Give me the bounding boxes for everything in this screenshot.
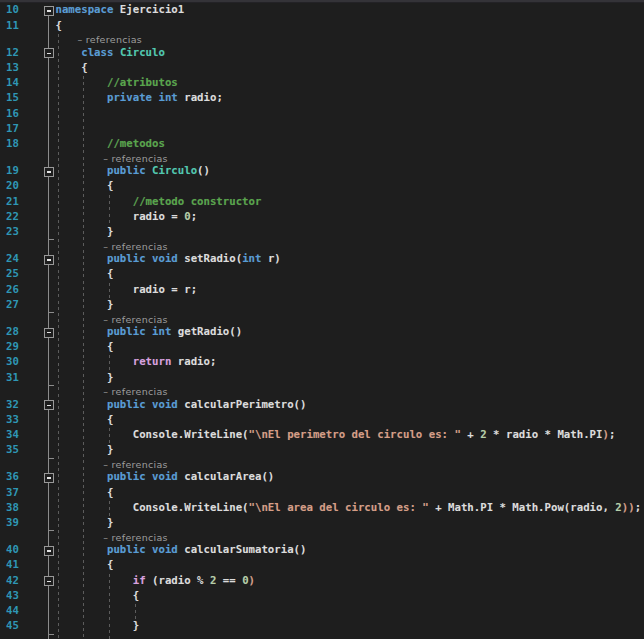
line-number[interactable]: 37 — [6, 486, 19, 499]
code-text[interactable]: Console.WriteLine("\nEl perimetro del ci… — [56, 428, 616, 441]
code-line-34[interactable]: 34 Console.WriteLine("\nEl perimetro del… — [0, 428, 644, 443]
line-number[interactable]: 42 — [6, 574, 19, 587]
line-number[interactable]: 40 — [6, 543, 19, 556]
code-line-15[interactable]: 15 private int radio; — [0, 91, 644, 106]
code-text[interactable]: { — [56, 19, 62, 32]
line-number[interactable]: 18 — [6, 137, 19, 150]
line-number[interactable]: 45 — [6, 619, 19, 632]
code-line-29[interactable]: 29 { — [0, 340, 644, 355]
line-number[interactable]: 12 — [6, 46, 19, 59]
line-number[interactable]: 11 — [6, 19, 19, 32]
code-text[interactable]: if (radio % 2 == 0) — [56, 574, 256, 587]
code-line-40[interactable]: 40 public void calcularSumatoria() — [0, 543, 644, 558]
code-line-30[interactable]: 30 return radio; — [0, 355, 644, 370]
line-number[interactable]: 32 — [6, 398, 19, 411]
code-line-19[interactable]: 19 public Circulo() — [0, 164, 644, 179]
code-text[interactable]: radio = 0; — [56, 210, 198, 223]
line-number[interactable]: 27 — [6, 298, 19, 311]
codelens-references-link[interactable]: – referencias — [103, 459, 168, 470]
code-line-20[interactable]: 20 { — [0, 179, 644, 194]
line-number[interactable]: 29 — [6, 340, 19, 353]
line-number[interactable]: 31 — [6, 371, 19, 384]
fold-collapse-box-icon[interactable] — [44, 473, 54, 483]
fold-collapse-box-icon[interactable] — [44, 167, 54, 177]
line-number[interactable]: 28 — [6, 325, 19, 338]
code-line-18[interactable]: 18 //metodos — [0, 137, 644, 152]
line-number[interactable]: 44 — [6, 604, 19, 617]
line-number[interactable]: 35 — [6, 443, 19, 456]
code-line-16[interactable]: 16 — [0, 107, 644, 122]
code-line-41[interactable]: 41 { — [0, 558, 644, 573]
code-text[interactable]: private int radio; — [56, 91, 223, 104]
code-line-36[interactable]: 36 public void calcularArea() — [0, 470, 644, 485]
code-line-38[interactable]: 38 Console.WriteLine("\nEl area del circ… — [0, 501, 644, 516]
code-line-27[interactable]: 27 } — [0, 298, 644, 313]
fold-collapse-box-icon[interactable] — [44, 328, 54, 338]
fold-collapse-box-icon[interactable] — [44, 576, 54, 586]
code-line-32[interactable]: 32 public void calcularPerimetro() — [0, 398, 644, 413]
code-line-45[interactable]: 45 } — [0, 619, 644, 634]
code-text[interactable]: namespace Ejercicio1 — [56, 3, 185, 16]
code-line-14[interactable]: 14 //atributos — [0, 76, 644, 91]
codelens-references-link[interactable]: – referencias — [103, 241, 168, 252]
code-line-31[interactable]: 31 } — [0, 371, 644, 386]
fold-collapse-box-icon[interactable] — [44, 400, 54, 410]
code-text[interactable]: //atributos — [56, 76, 178, 89]
line-number[interactable]: 15 — [6, 91, 19, 104]
line-number[interactable]: 39 — [6, 516, 19, 529]
line-number[interactable]: 43 — [6, 589, 19, 602]
fold-collapse-box-icon[interactable] — [44, 6, 54, 16]
code-text[interactable]: radio = r; — [56, 283, 198, 296]
code-text[interactable]: public void setRadio(int r) — [56, 252, 281, 265]
line-number[interactable]: 30 — [6, 355, 19, 368]
codelens-references-link[interactable]: – referencias — [103, 532, 168, 543]
code-line-22[interactable]: 22 radio = 0; — [0, 210, 644, 225]
code-line-44[interactable]: 44 — [0, 604, 644, 619]
code-line-23[interactable]: 23 } — [0, 225, 644, 240]
code-text[interactable]: public Circulo() — [56, 164, 210, 177]
code-line-43[interactable]: 43 { — [0, 589, 644, 604]
line-number[interactable]: 21 — [6, 195, 19, 208]
fold-collapse-box-icon[interactable] — [44, 546, 54, 556]
code-line-11[interactable]: 11{ — [0, 19, 644, 34]
code-line-10[interactable]: 10namespace Ejercicio1 — [0, 3, 644, 18]
line-number[interactable]: 10 — [6, 3, 19, 16]
code-text[interactable]: class Circulo — [56, 46, 165, 59]
code-line-37[interactable]: 37 { — [0, 486, 644, 501]
code-text[interactable]: //metodo constructor — [56, 195, 262, 208]
code-text[interactable]: public void calcularSumatoria() — [56, 543, 307, 556]
code-line-26[interactable]: 26 radio = r; — [0, 283, 644, 298]
codelens-references-link[interactable]: – referencias — [103, 314, 168, 325]
line-number[interactable]: 26 — [6, 283, 19, 296]
line-number[interactable]: 17 — [6, 122, 19, 135]
code-line-33[interactable]: 33 { — [0, 413, 644, 428]
code-line-24[interactable]: 24 public void setRadio(int r) — [0, 252, 644, 267]
code-text[interactable]: public void calcularPerimetro() — [56, 398, 307, 411]
code-line-28[interactable]: 28 public int getRadio() — [0, 325, 644, 340]
codelens-references-link[interactable]: – referencias — [103, 386, 168, 397]
line-number[interactable]: 19 — [6, 164, 19, 177]
code-editor[interactable]: 10namespace Ejercicio111{– referencias12… — [0, 0, 644, 639]
codelens-references-link[interactable]: – referencias — [77, 34, 142, 45]
line-number[interactable]: 22 — [6, 210, 19, 223]
codelens-references-link[interactable]: – referencias — [103, 153, 168, 164]
fold-collapse-box-icon[interactable] — [44, 48, 54, 58]
code-line-25[interactable]: 25 { — [0, 267, 644, 282]
line-number[interactable]: 14 — [6, 76, 19, 89]
line-number[interactable]: 13 — [6, 61, 19, 74]
code-text[interactable]: { — [56, 589, 140, 602]
code-text[interactable]: return radio; — [56, 355, 217, 368]
line-number[interactable]: 38 — [6, 501, 19, 514]
line-number[interactable]: 33 — [6, 413, 19, 426]
line-number[interactable]: 25 — [6, 267, 19, 280]
code-line-17[interactable]: 17 — [0, 122, 644, 137]
line-number[interactable]: 41 — [6, 558, 19, 571]
line-number[interactable]: 16 — [6, 107, 19, 120]
code-text[interactable]: //metodos — [56, 137, 165, 150]
line-number[interactable]: 34 — [6, 428, 19, 441]
code-line-13[interactable]: 13 { — [0, 61, 644, 76]
code-line-39[interactable]: 39 } — [0, 516, 644, 531]
fold-collapse-box-icon[interactable] — [44, 255, 54, 265]
line-number[interactable]: 24 — [6, 252, 19, 265]
line-number[interactable]: 36 — [6, 470, 19, 483]
